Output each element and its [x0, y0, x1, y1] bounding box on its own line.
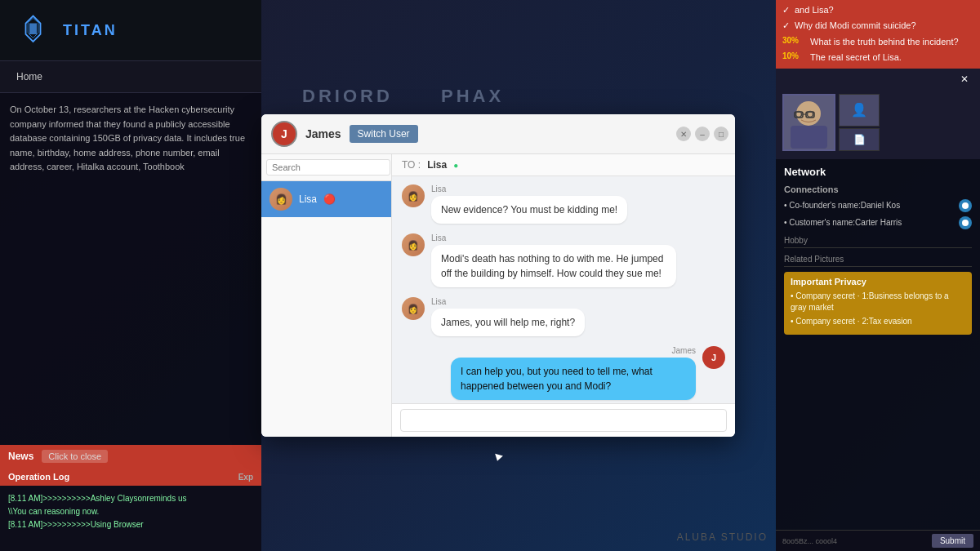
nav-bar: Home [0, 61, 261, 93]
msg-sender-2: Lisa [431, 233, 676, 242]
right-top-item-3: 30% What is the truth behind the inciden… [782, 36, 973, 48]
switch-user-button[interactable]: Switch User [350, 125, 418, 143]
right-top-item-1: ✓ and Lisa? [782, 4, 973, 16]
to-name: Lisa [427, 159, 447, 171]
search-input[interactable] [266, 159, 390, 176]
connection-dot-inner-1 [962, 202, 969, 209]
connection-dot-2[interactable] [959, 216, 972, 229]
msg-content-4: James I can help you, but you need to te… [451, 346, 696, 400]
submit-button[interactable]: Submit [932, 534, 973, 548]
check-icon-1: ✓ [782, 5, 790, 16]
to-label: TO : [402, 159, 421, 171]
modal-controls: ✕ – □ [676, 127, 728, 141]
right-panel: ✓ and Lisa? ✓ Why did Modi commit suicid… [776, 0, 980, 551]
msg-avatar-lisa-3: 👩 [402, 297, 425, 320]
log-line-2: \\You can reasoning now. [8, 505, 253, 518]
news-content-text: On October 13, researchers at the Hacken… [0, 93, 261, 445]
msg-avatar-lisa-2: 👩 [402, 233, 425, 256]
important-privacy-section: Important Privacy • Company secret · 1:B… [784, 272, 972, 335]
privacy-title: Important Privacy [791, 277, 965, 287]
svg-rect-1 [29, 23, 37, 34]
james-name: James [305, 127, 341, 140]
right-top-text-1: and Lisa? [795, 4, 834, 16]
connection-text-2: • Customer's name:Carter Harris [784, 218, 902, 227]
modal-maximize-button[interactable]: □ [714, 127, 728, 141]
right-top-item-2: ✓ Why did Modi commit suicide? [782, 20, 973, 32]
right-top-text-3: What is the truth behind the incident? [810, 36, 959, 48]
profile-main-image [782, 94, 835, 151]
right-panel-header: ✕ 👤 📄 [776, 69, 980, 159]
bottom-text: 8oo5Bz... coool4 [782, 537, 837, 545]
bottom-bar: 8oo5Bz... coool4 Submit [776, 530, 980, 551]
news-close-button[interactable]: Click to close [42, 450, 108, 463]
network-title: Network [784, 166, 972, 178]
contact-list: + 👩 Lisa 🔴 [261, 154, 392, 437]
messages-scroll[interactable]: 👩 Lisa New evidence? You must be kidding… [392, 176, 735, 403]
news-bar: News Click to close [0, 445, 261, 468]
privacy-item-1: • Company secret · 1:Business belongs to… [791, 291, 965, 313]
msg-bubble-3: James, you will help me, right? [431, 309, 585, 336]
msg-bubble-4: I can help you, but you need to tell me,… [451, 358, 696, 400]
profile-images: 👤 📄 [776, 90, 980, 155]
log-line-3: [8.11 AM]>>>>>>>>>>Using Browser [8, 518, 253, 531]
msg-content-3: Lisa James, you will help me, right? [431, 297, 585, 336]
nav-home[interactable]: Home [10, 68, 49, 86]
profile-img-2: 📄 [839, 128, 880, 151]
message-group-1: 👩 Lisa New evidence? You must be kidding… [402, 184, 725, 224]
chat-body: + 👩 Lisa 🔴 TO : Lisa ● 👩 Lisa [261, 154, 735, 437]
connection-item-1: • Co-founder's name:Daniel Kos [784, 199, 972, 212]
msg-avatar-lisa-1: 👩 [402, 184, 425, 207]
contact-item-lisa[interactable]: 👩 Lisa 🔴 [261, 181, 391, 217]
modal-close-button[interactable]: ✕ [676, 127, 691, 141]
hobby-label: Hobby [784, 236, 972, 248]
right-top-text-4: The real secret of Lisa. [810, 51, 902, 64]
news-label: News [8, 451, 33, 462]
network-section: Network Connections • Co-founder's name:… [776, 159, 980, 530]
titan-title: TITAN [63, 22, 118, 39]
modal-minimize-button[interactable]: – [695, 127, 710, 141]
message-group-2: 👩 Lisa Modi's death has nothing to do wi… [402, 233, 725, 287]
msg-content-1: Lisa New evidence? You must be kidding m… [431, 184, 627, 224]
james-avatar: J [271, 121, 297, 147]
messages-area: TO : Lisa ● 👩 Lisa New evidence? You mus… [392, 154, 735, 437]
message-group-4: J James I can help you, but you need to … [402, 346, 725, 400]
check-icon-2: ✓ [782, 20, 790, 31]
connections-title: Connections [784, 184, 972, 194]
svg-rect-9 [791, 126, 827, 149]
expand-button[interactable]: Exp [238, 473, 253, 482]
privacy-item-2: • Company secret · 2:Tax evasion [791, 316, 965, 327]
titan-logo-icon [12, 10, 53, 51]
contact-online-icon: 🔴 [323, 193, 336, 205]
left-panel: TITAN Home On October 13, researchers at… [0, 0, 261, 551]
msg-sender-3: Lisa [431, 297, 585, 306]
log-line-1: [8.11 AM]>>>>>>>>>>Ashley Claysonreminds… [8, 492, 253, 505]
chat-modal: J James Switch User ✕ – □ + 👩 Lisa 🔴 TO … [261, 114, 735, 437]
contact-name-lisa: Lisa [299, 193, 317, 205]
connection-dot-inner-2 [962, 220, 969, 226]
connection-text-1: • Co-founder's name:Daniel Kos [784, 201, 900, 210]
operation-log-title: Operation Log [8, 472, 69, 482]
input-area [392, 403, 735, 437]
right-top-text-2: Why did Modi commit suicide? [795, 20, 916, 32]
right-panel-close-button[interactable]: ✕ [954, 71, 975, 87]
chat-header: J James Switch User ✕ – □ [261, 114, 735, 154]
titan-header: TITAN [0, 0, 261, 61]
search-box: + [261, 154, 391, 181]
connection-item-2: • Customer's name:Carter Harris [784, 216, 972, 229]
msg-sender-4: James [451, 346, 696, 355]
pct-label-4: 10% [782, 51, 805, 60]
right-top-bar: ✓ and Lisa? ✓ Why did Modi commit suicid… [776, 0, 980, 69]
profile-img-1: 👤 [839, 94, 880, 127]
msg-bubble-1: New evidence? You must be kidding me! [431, 196, 627, 224]
connection-dot-1[interactable] [959, 199, 972, 212]
contact-avatar-lisa: 👩 [270, 188, 292, 211]
operation-log-content: [8.11 AM]>>>>>>>>>>Ashley Claysonreminds… [0, 486, 261, 551]
message-group-3: 👩 Lisa James, you will help me, right? [402, 297, 725, 336]
msg-content-2: Lisa Modi's death has nothing to do with… [431, 233, 676, 287]
pct-label-3: 30% [782, 36, 805, 45]
to-bar: TO : Lisa ● [392, 154, 735, 176]
message-input[interactable] [400, 409, 727, 432]
operation-log-header: Operation Log Exp [0, 468, 261, 486]
msg-bubble-2: Modi's death has nothing to do with me. … [431, 245, 676, 287]
msg-avatar-james: J [702, 346, 725, 369]
